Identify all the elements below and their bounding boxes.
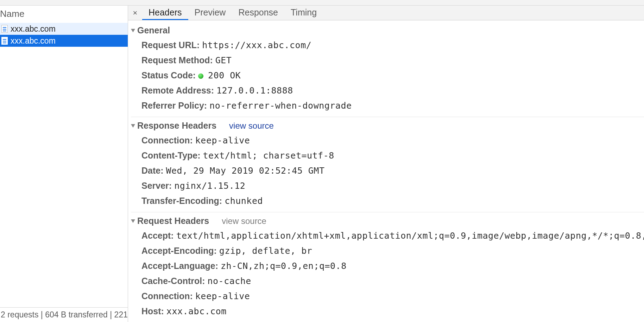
kv-referrer-policy: Referrer Policy: no-referrer-when-downgr…: [141, 98, 644, 113]
section-general: General Request URL: https://xxx.abc.com…: [131, 22, 644, 117]
details-scroll[interactable]: General Request URL: https://xxx.abc.com…: [128, 20, 644, 322]
section-response-headers: Response Headers view source Connection:…: [131, 117, 644, 212]
kv-key: Date:: [141, 166, 164, 175]
request-name: xxx.abc.com: [11, 24, 56, 34]
kv-key: Connection:: [141, 291, 193, 301]
kv-key: Content-Type:: [141, 150, 201, 160]
kv-row: Accept-Language: zh-CN,zh;q=0.9,en;q=0.8: [141, 258, 644, 273]
requests-header: Name: [0, 6, 128, 23]
kv-row: Cache-Control: no-cache: [141, 273, 644, 289]
status-ok-icon: [198, 73, 203, 79]
general-list: Request URL: https://xxx.abc.com/ Reques…: [131, 38, 644, 113]
details-tabs: × Headers Preview Response Timing: [128, 6, 644, 20]
kv-remote-address: Remote Address: 127.0.0.1:8888: [141, 83, 644, 98]
kv-key: Server:: [141, 181, 172, 191]
kv-value: keep-alive: [195, 291, 250, 301]
kv-value: GET: [215, 55, 232, 65]
kv-value: no-referrer-when-downgrade: [209, 101, 352, 111]
kv-row: Date: Wed, 29 May 2019 02:52:45 GMT: [141, 163, 644, 178]
kv-value: nginx/1.15.12: [174, 181, 245, 191]
request-row[interactable]: xxx.abc.com: [0, 35, 128, 47]
kv-key: Accept-Encoding:: [141, 246, 217, 256]
kv-row: Content-Type: text/html; charset=utf-8: [141, 148, 644, 163]
request-headers-list: Accept: text/html,application/xhtml+xml,…: [131, 228, 644, 319]
kv-row: Server: nginx/1.15.12: [141, 178, 644, 193]
requests-summary: 2 requests | 604 B transferred | 221 B…: [0, 307, 128, 322]
tab-preview[interactable]: Preview: [188, 6, 232, 20]
kv-status-code: Status Code: 200 OK: [141, 68, 644, 83]
request-row[interactable]: xxx.abc.com: [0, 23, 128, 35]
view-source-link[interactable]: view source: [222, 216, 266, 226]
response-headers-list: Connection: keep-alive Content-Type: tex…: [131, 133, 644, 208]
section-title: Request Headers: [137, 216, 209, 226]
kv-key: Remote Address:: [141, 85, 214, 95]
kv-value: Wed, 29 May 2019 02:52:45 GMT: [166, 166, 324, 176]
kv-key: Request URL:: [141, 40, 200, 50]
tab-response[interactable]: Response: [232, 6, 284, 20]
tab-timing[interactable]: Timing: [284, 6, 323, 20]
section-response-headers-header[interactable]: Response Headers view source: [131, 119, 644, 133]
kv-key: Connection:: [141, 135, 193, 145]
document-icon: [1, 37, 8, 45]
kv-request-url: Request URL: https://xxx.abc.com/: [141, 38, 644, 53]
disclosure-triangle-icon: [131, 219, 135, 223]
disclosure-triangle-icon: [131, 29, 135, 32]
kv-value: text/html,application/xhtml+xml,applicat…: [176, 231, 644, 241]
kv-value: xxx.abc.com: [166, 306, 227, 316]
kv-row: Connection: keep-alive: [141, 133, 644, 148]
kv-key: Status Code:: [141, 70, 196, 80]
document-icon: [1, 25, 8, 33]
kv-value: no-cache: [208, 276, 251, 286]
tab-headers[interactable]: Headers: [142, 6, 188, 20]
kv-value: zh-CN,zh;q=0.9,en;q=0.8: [221, 261, 347, 271]
kv-value: 200 OK: [208, 70, 241, 80]
kv-row: Accept: text/html,application/xhtml+xml,…: [141, 228, 644, 243]
kv-row: Connection: keep-alive: [141, 289, 644, 304]
kv-request-method: Request Method: GET: [141, 53, 644, 68]
kv-key: Host:: [141, 306, 164, 316]
view-source-link[interactable]: view source: [229, 121, 274, 131]
kv-row: Host: xxx.abc.com: [141, 304, 644, 319]
section-request-headers-header[interactable]: Request Headers view source: [131, 214, 644, 228]
main-container: Name xxx.abc.com xxx.abc.com 2 requests …: [0, 6, 644, 322]
kv-value: chunked: [225, 196, 263, 206]
disclosure-triangle-icon: [131, 124, 135, 128]
kv-value: 127.0.0.1:8888: [216, 85, 293, 96]
kv-key: Referrer Policy:: [141, 101, 207, 110]
kv-value: keep-alive: [195, 135, 250, 146]
close-details-button[interactable]: ×: [128, 6, 142, 20]
kv-key: Request Method:: [141, 55, 213, 65]
request-name: xxx.abc.com: [11, 36, 56, 46]
section-request-headers: Request Headers view source Accept: text…: [131, 212, 644, 322]
requests-list: xxx.abc.com xxx.abc.com: [0, 23, 128, 307]
kv-value: gzip, deflate, br: [219, 246, 312, 256]
kv-row: Accept-Encoding: gzip, deflate, br: [141, 243, 644, 258]
kv-key: Accept-Language:: [141, 261, 218, 271]
kv-key: Accept:: [141, 231, 174, 240]
section-general-header[interactable]: General: [131, 24, 644, 38]
toolbar-strip: [0, 0, 644, 6]
kv-value: https://xxx.abc.com/: [202, 40, 311, 50]
kv-row: Transfer-Encoding: chunked: [141, 193, 644, 208]
kv-key: Cache-Control:: [141, 276, 205, 286]
kv-value: text/html; charset=utf-8: [203, 150, 334, 161]
section-title: General: [137, 25, 170, 36]
requests-panel: Name xxx.abc.com xxx.abc.com 2 requests …: [0, 6, 128, 322]
details-panel: × Headers Preview Response Timing Genera…: [128, 6, 644, 322]
kv-key: Transfer-Encoding:: [141, 196, 222, 206]
section-title: Response Headers: [137, 121, 216, 131]
